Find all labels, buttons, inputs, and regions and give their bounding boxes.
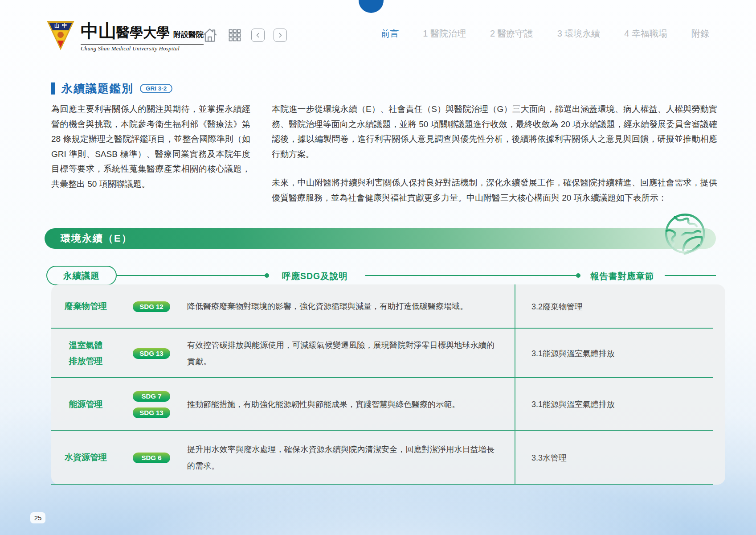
connector-dot — [265, 273, 269, 278]
column-divider — [515, 284, 515, 485]
table-header-sdg: 呼應SDG及說明 — [282, 270, 348, 282]
table-row: 溫室氣體 排放管理 SDG 13 有效控管碳排放與能源使用，可減緩氣候變遷風險，… — [51, 329, 725, 378]
topic-cell: 廢棄物管理 — [51, 284, 120, 329]
next-page-icon[interactable] — [274, 29, 287, 42]
heading-accent-bar — [51, 82, 55, 95]
table-header-chapter: 報告書對應章節 — [590, 270, 654, 282]
connector-line — [665, 275, 716, 276]
top-blue-dot — [359, 0, 384, 13]
table-header-topic: 永續議題 — [46, 266, 117, 285]
earth-leaf-icon — [662, 210, 713, 260]
connector-line — [117, 275, 265, 276]
home-icon[interactable] — [201, 27, 218, 44]
right-paragraph-2: 未來，中山附醫將持續與利害關係人保持良好對話機制，深化永續發展工作，確保醫院持續… — [272, 175, 717, 205]
chapter-cell: 3.2廢棄物管理 — [515, 284, 725, 329]
main-nav: 前言1 醫院治理2 醫療守護3 環境永續4 幸福職場附錄 — [381, 28, 709, 40]
intro-paragraphs-right: 本院進一步從環境永續（E）、社會責任（S）與醫院治理（G）三大面向，篩選出涵蓋環… — [272, 102, 717, 205]
hospital-emblem: 山中 — [47, 21, 74, 50]
connector-line — [365, 275, 576, 276]
logo-title-zh: 中山醫學大學附設醫院 — [81, 19, 204, 43]
topic-cell: 溫室氣體 排放管理 — [51, 329, 120, 378]
description-cell: 提升用水效率與廢水處理，確保水資源永續與院內清潔安全，回應對潔淨用水日益增長的需… — [183, 431, 515, 485]
topic-cell: 能源管理 — [51, 378, 120, 431]
chapter-cell: 3.1能源與溫室氣體排放 — [515, 378, 725, 431]
chapter-cell: 3.3水管理 — [515, 431, 725, 485]
banner-title: 環境永續（E） — [45, 232, 132, 245]
sdg-badge: SDG 13 — [133, 407, 170, 418]
viewer-controls — [201, 27, 287, 44]
sdg-badge: SDG 6 — [133, 453, 170, 463]
section-heading: 永續議題鑑別 GRI 3-2 — [51, 81, 172, 96]
nav-item[interactable]: 附錄 — [691, 28, 709, 40]
intro-paragraph-left: 為回應主要利害關係人的關注與期待，並掌握永續經營的機會與挑戰，本院參考衛生福利部… — [51, 102, 250, 191]
table-row: 能源管理 SDG 7SDG 13 推動節能措施，有助強化能源韌性與節能成果，實踐… — [51, 378, 725, 431]
environment-banner: 環境永續（E） — [45, 228, 716, 249]
sdg-badge: SDG 12 — [133, 301, 170, 312]
nav-item[interactable]: 前言 — [381, 28, 399, 40]
page-title: 永續議題鑑別 — [61, 81, 134, 96]
hospital-logo: 山中 中山醫學大學附設醫院 Chung Shan Medical Univers… — [47, 19, 204, 52]
table-row: 廢棄物管理 SDG 12 降低醫療廢棄物對環境的影響，強化資源循環與減量，有助打… — [51, 284, 725, 329]
table-body: 廢棄物管理 SDG 12 降低醫療廢棄物對環境的影響，強化資源循環與減量，有助打… — [51, 284, 725, 485]
nav-item[interactable]: 3 環境永續 — [557, 28, 601, 40]
sdg-badge: SDG 13 — [133, 348, 170, 359]
gri-badge: GRI 3-2 — [140, 84, 172, 93]
sdg-badges: SDG 12 — [120, 284, 183, 329]
nav-item[interactable]: 4 幸福職場 — [624, 28, 667, 40]
emblem-crest — [57, 32, 64, 38]
description-cell: 推動節能措施，有助強化能源韌性與節能成果，實踐智慧與綠色醫療的示範。 — [183, 378, 515, 431]
sdg-badge: SDG 7 — [133, 391, 170, 402]
logo-title-en: Chung Shan Medical University Hospital — [81, 44, 204, 52]
description-cell: 有效控管碳排放與能源使用，可減緩氣候變遷風險，展現醫院對淨零目標與地球永續的貢獻… — [183, 329, 515, 378]
report-page: 山中 中山醫學大學附設醫院 Chung Shan Medical Univers… — [0, 0, 756, 535]
page-number: 25 — [30, 512, 45, 523]
topic-cell: 水資源管理 — [51, 431, 120, 485]
right-paragraph-1: 本院進一步從環境永續（E）、社會責任（S）與醫院治理（G）三大面向，篩選出涵蓋環… — [272, 102, 717, 161]
prev-page-icon[interactable] — [251, 29, 265, 42]
chapter-cell: 3.1能源與溫室氣體排放 — [515, 329, 725, 378]
sdg-badges: SDG 13 — [120, 329, 183, 378]
table-row: 水資源管理 SDG 6 提升用水效率與廢水處理，確保水資源永續與院內清潔安全，回… — [51, 431, 725, 485]
emblem-text: 山中 — [47, 22, 74, 29]
nav-item[interactable]: 2 醫療守護 — [490, 28, 533, 40]
sdg-badges: SDG 6 — [120, 431, 183, 485]
sustainability-table: 廢棄物管理 SDG 12 降低醫療廢棄物對環境的影響，強化資源循環與減量，有助打… — [51, 284, 725, 485]
connector-dot — [576, 273, 580, 278]
description-cell: 降低醫療廢棄物對環境的影響，強化資源循環與減量，有助打造低碳醫療場域。 — [183, 284, 515, 329]
sdg-badges: SDG 7SDG 13 — [120, 378, 183, 431]
nav-item[interactable]: 1 醫院治理 — [423, 28, 466, 40]
grid-toc-icon[interactable] — [227, 28, 242, 43]
